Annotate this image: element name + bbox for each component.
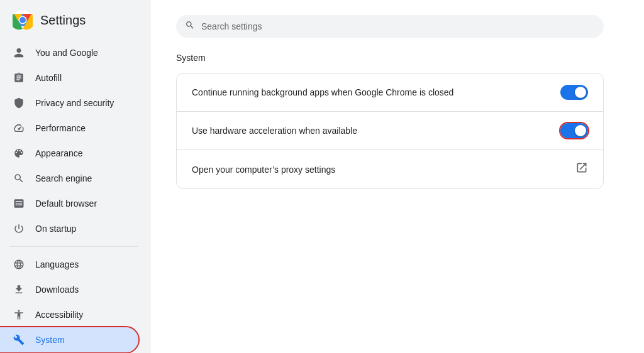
hardware-acceleration-row: Use hardware acceleration when available [177,112,603,150]
background-apps-label: Continue running background apps when Go… [192,87,453,97]
sidebar-item-search-engine[interactable]: Search engine [0,166,138,191]
sidebar-item-downloads-label: Downloads [35,285,79,295]
app-title: Settings [40,13,86,28]
sidebar-item-accessibility[interactable]: Accessibility [0,302,138,327]
sidebar-item-privacy-label: Privacy and security [35,98,114,108]
search-wrapper [176,15,604,38]
sidebar-divider [10,246,138,247]
sidebar-item-downloads[interactable]: Downloads [0,277,138,302]
sidebar-item-accessibility-label: Accessibility [35,310,83,320]
palette-icon [13,147,25,160]
sidebar-item-performance-label: Performance [35,123,86,133]
sidebar-item-languages[interactable]: Languages [0,252,138,277]
settings-card: Continue running background apps when Go… [176,73,604,189]
sidebar-item-on-startup[interactable]: On startup [0,216,138,241]
sidebar-item-default-browser[interactable]: Default browser [0,191,138,216]
speed-icon [13,122,25,134]
chrome-logo-icon [13,10,33,30]
external-link-icon [575,161,588,177]
language-icon [13,258,25,271]
sidebar-item-autofill[interactable]: Autofill [0,65,138,90]
background-apps-toggle[interactable] [560,85,588,100]
sidebar-item-you-and-google-label: You and Google [35,48,98,58]
sidebar-item-languages-label: Languages [35,259,79,269]
search-icon [185,20,195,33]
background-apps-slider [560,85,588,100]
wrench-icon [13,334,25,346]
sidebar-item-default-browser-label: Default browser [35,198,97,209]
hardware-acceleration-label: Use hardware acceleration when available [192,126,357,136]
download-icon [13,283,25,296]
section-title: System [176,53,619,63]
search-input[interactable] [176,15,604,38]
search-icon [13,172,25,185]
hardware-acceleration-toggle[interactable] [560,123,588,138]
sidebar-item-on-startup-label: On startup [35,224,76,234]
background-apps-row: Continue running background apps when Go… [177,73,603,112]
power-icon [13,222,25,235]
sidebar: Settings You and Google Autofill Privacy… [0,0,151,353]
proxy-settings-row[interactable]: Open your computer’s proxy settings [177,150,603,188]
sidebar-item-appearance-label: Appearance [35,148,83,158]
sidebar-scroll[interactable]: You and Google Autofill Privacy and secu… [0,40,151,353]
proxy-settings-label: Open your computer’s proxy settings [192,165,335,175]
sidebar-item-system[interactable]: System [0,327,138,352]
person-icon [13,46,25,59]
sidebar-header: Settings [0,0,151,40]
sidebar-item-you-and-google[interactable]: You and Google [0,40,138,65]
web-icon [13,197,25,210]
sidebar-item-privacy-and-security[interactable]: Privacy and security [0,90,138,116]
svg-point-3 [19,17,26,23]
accessibility-icon [13,308,25,321]
sidebar-item-system-label: System [35,335,65,345]
main-content: System Continue running background apps … [151,0,644,353]
sidebar-item-performance[interactable]: Performance [0,116,138,141]
sidebar-item-autofill-label: Autofill [35,73,62,83]
sidebar-item-search-engine-label: Search engine [35,173,92,183]
hardware-acceleration-slider [560,123,588,138]
shield-icon [13,97,25,109]
sidebar-item-appearance[interactable]: Appearance [0,141,138,166]
assignment-icon [13,72,25,84]
